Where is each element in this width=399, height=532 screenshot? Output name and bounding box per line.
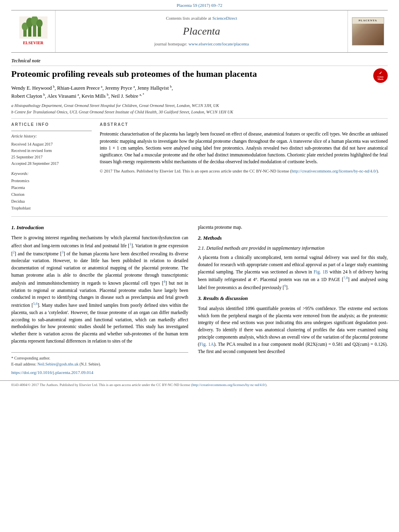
- copyright-line: © 2017 The Authors. Published by Elsevie…: [100, 168, 388, 175]
- section-1-continuation: placenta proteome map.: [198, 224, 388, 231]
- keyword-placenta: Placenta: [11, 184, 92, 191]
- abstract-paragraph: Proteomic characterisation of the placen…: [100, 131, 388, 165]
- abstract-label: Abstract: [100, 122, 388, 127]
- article-title: Proteomic profiling reveals sub proteome…: [11, 68, 368, 80]
- article-info-label: Article Info: [11, 122, 92, 127]
- divider-line-2: [11, 216, 388, 217]
- article-history-label: Article history:: [11, 134, 92, 140]
- corresponding-author-note: * Corresponding author.: [11, 355, 188, 361]
- section-1-number: 1.: [11, 224, 15, 230]
- authors-line: Wendy E. Heywood b, Rhian-Lauren Preece …: [11, 84, 388, 100]
- section-1-title: 1. Introduction: [11, 224, 188, 231]
- page-wrapper: Placenta 59 (2017) 69–72 ELSEVIER Conten…: [0, 0, 399, 532]
- doi-bar: Placenta 59 (2017) 69–72: [0, 0, 399, 10]
- section-3-number: 3.: [198, 295, 202, 301]
- journal-cover-image: PLACENTA: [348, 10, 388, 52]
- section-3-text: Total analysis identified 1096 quantifia…: [198, 305, 388, 355]
- section-2-number: 2.: [198, 235, 202, 241]
- section-2-name: Methods: [203, 235, 222, 241]
- sciencedirect-link[interactable]: ScienceDirect: [212, 16, 237, 21]
- ref-7-8[interactable]: 7,8: [343, 276, 348, 280]
- email-footnote: E-mail address: Neil.Sebire@gosh.nhs.uk …: [11, 361, 188, 367]
- footer-bar: 0143-4004/© 2017 The Authors. Published …: [0, 380, 399, 390]
- affiliation-b: b Centre for Translational Omics, UCL Gr…: [11, 109, 388, 115]
- journal-title: Placenta: [183, 24, 220, 39]
- elsevier-logo-area: ELSEVIER: [11, 10, 56, 52]
- section-2-text: A placenta from a clinically uncomplicat…: [198, 254, 388, 292]
- abstract-column: Abstract Proteomic characterisation of t…: [100, 122, 388, 212]
- divider-line: [11, 118, 388, 119]
- affiliations: a Histopathology Department, Great Ormon…: [11, 103, 388, 115]
- affiliation-a: a Histopathology Department, Great Ormon…: [11, 103, 388, 109]
- elsevier-tree-icon: [19, 16, 47, 39]
- body-right-column: placenta proteome map. 2. Methods 2.1. D…: [198, 224, 388, 376]
- body-section: 1. Introduction There is growing interes…: [11, 224, 388, 376]
- accepted-date: Accepted 28 September 2017: [11, 160, 92, 167]
- footnote-area: * Corresponding author. E-mail address: …: [11, 352, 188, 367]
- journal-homepage: journal homepage: www.elsevier.com/locat…: [154, 41, 249, 47]
- article-info-box: Article history: Received 14 August 2017…: [11, 131, 92, 212]
- article-info-column: Article Info Article history: Received 1…: [11, 122, 92, 212]
- contents-available-text: Contents lists available at ScienceDirec…: [166, 15, 237, 21]
- section-1-text: There is growing interest regarding mech…: [11, 234, 188, 345]
- crossmark-icon[interactable]: ✓ CrossMark: [373, 68, 388, 83]
- section-2-1-title: 2.1. Detailed methods are provided in su…: [198, 245, 388, 252]
- keyword-trophoblast: Trophoblast: [11, 205, 92, 212]
- info-abstract-section: Article Info Article history: Received 1…: [11, 122, 388, 212]
- section-1-name: Introduction: [16, 224, 44, 230]
- ref-1[interactable]: 1: [130, 242, 132, 246]
- received-date: Received 14 August 2017: [11, 141, 92, 148]
- fig-1b-ref[interactable]: Fig. 1B: [314, 269, 328, 274]
- footer-license-link[interactable]: http://creativecommons.org/licenses/by-n…: [192, 383, 265, 387]
- cc-license-link[interactable]: http://creativecommons.org/licenses/by-n…: [292, 169, 377, 173]
- ref-2[interactable]: 2: [13, 250, 15, 254]
- elsevier-wordmark: ELSEVIER: [23, 40, 43, 46]
- keywords-label: Keywords:: [11, 171, 92, 177]
- ref-9[interactable]: 9: [284, 284, 286, 288]
- placenta-journal-cover: PLACENTA: [352, 17, 384, 45]
- svg-point-8: [36, 19, 43, 27]
- journal-header: ELSEVIER Contents lists available at Sci…: [11, 10, 388, 52]
- keyword-proteomics: Proteomics: [11, 177, 92, 184]
- section-3-title: 3. Results & discussion: [198, 295, 388, 302]
- revised-date: Received in revised form25 September 201…: [11, 148, 92, 160]
- article-type-label: Technical note: [11, 58, 388, 66]
- section-2-title: 2. Methods: [198, 234, 388, 242]
- body-left-column: 1. Introduction There is growing interes…: [11, 224, 188, 376]
- ref-3[interactable]: 3: [62, 250, 64, 254]
- keyword-decidua: Decidua: [11, 198, 92, 205]
- abstract-text: Proteomic characterisation of the placen…: [100, 131, 388, 174]
- homepage-link[interactable]: www.elsevier.com/locate/placenta: [188, 41, 249, 46]
- ref-5-6[interactable]: 5,6: [33, 302, 37, 306]
- cover-image-visual: [352, 24, 384, 45]
- section-3-name: Results & discussion: [203, 295, 248, 301]
- journal-info-center: Contents lists available at ScienceDirec…: [56, 10, 348, 52]
- ref-4[interactable]: 4: [163, 279, 165, 283]
- fig-1a-ref[interactable]: Fig. 1A: [200, 342, 214, 347]
- crossmark-badge-area[interactable]: ✓ CrossMark: [373, 68, 388, 83]
- doi-text: Placenta 59 (2017) 69–72: [177, 3, 222, 8]
- email-link[interactable]: Neil.Sebire@gosh.nhs.uk: [37, 362, 78, 366]
- keyword-chorion: Chorion: [11, 191, 92, 198]
- doi-bottom-link[interactable]: https://doi.org/10.1016/j.placenta.2017.…: [11, 370, 188, 376]
- main-content: Technical note Proteomic profiling revea…: [11, 53, 388, 376]
